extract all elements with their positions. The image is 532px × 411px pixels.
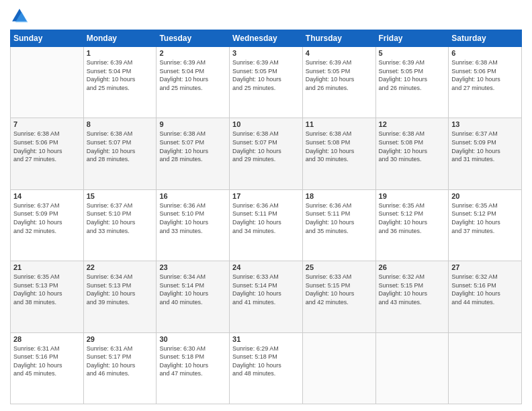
calendar-cell: 10Sunrise: 6:38 AM Sunset: 5:07 PM Dayli… [230, 118, 303, 189]
cell-info-text: Sunrise: 6:36 AM Sunset: 5:11 PM Dayligh… [232, 201, 300, 235]
cell-day-number: 28 [13, 335, 81, 343]
calendar-cell: 2Sunrise: 6:39 AM Sunset: 5:04 PM Daylig… [157, 47, 230, 118]
cell-day-number: 19 [379, 192, 446, 200]
calendar-table: SundayMondayTuesdayWednesdayThursdayFrid… [10, 30, 522, 404]
calendar-header-sunday: Sunday [11, 30, 84, 47]
calendar-cell: 1Sunrise: 6:39 AM Sunset: 5:04 PM Daylig… [83, 47, 157, 118]
cell-info-text: Sunrise: 6:36 AM Sunset: 5:10 PM Dayligh… [159, 201, 226, 235]
cell-info-text: Sunrise: 6:34 AM Sunset: 5:14 PM Dayligh… [159, 273, 226, 306]
cell-info-text: Sunrise: 6:34 AM Sunset: 5:13 PM Dayligh… [87, 273, 154, 306]
calendar-cell: 26Sunrise: 6:32 AM Sunset: 5:15 PM Dayli… [375, 261, 449, 332]
calendar-cell: 19Sunrise: 6:35 AM Sunset: 5:12 PM Dayli… [375, 189, 449, 261]
cell-info-text: Sunrise: 6:37 AM Sunset: 5:09 PM Dayligh… [451, 130, 519, 163]
cell-day-number: 12 [379, 120, 446, 128]
calendar-cell: 23Sunrise: 6:34 AM Sunset: 5:14 PM Dayli… [157, 261, 230, 332]
calendar-cell: 16Sunrise: 6:36 AM Sunset: 5:10 PM Dayli… [157, 189, 230, 261]
cell-info-text: Sunrise: 6:33 AM Sunset: 5:14 PM Dayligh… [232, 273, 300, 306]
calendar-cell: 21Sunrise: 6:35 AM Sunset: 5:13 PM Dayli… [11, 261, 84, 332]
calendar-week-3: 14Sunrise: 6:37 AM Sunset: 5:09 PM Dayli… [11, 189, 522, 261]
calendar-cell: 6Sunrise: 6:38 AM Sunset: 5:06 PM Daylig… [449, 47, 522, 118]
calendar-cell: 8Sunrise: 6:38 AM Sunset: 5:07 PM Daylig… [83, 118, 157, 189]
cell-day-number: 15 [87, 192, 154, 200]
cell-day-number: 31 [232, 335, 300, 343]
calendar-cell: 29Sunrise: 6:31 AM Sunset: 5:17 PM Dayli… [83, 332, 157, 404]
cell-day-number: 27 [451, 263, 519, 271]
cell-day-number: 13 [451, 120, 519, 128]
cell-day-number: 29 [87, 335, 154, 343]
logo-icon [10, 7, 29, 26]
cell-info-text: Sunrise: 6:38 AM Sunset: 5:06 PM Dayligh… [13, 130, 81, 163]
cell-day-number: 1 [87, 49, 154, 57]
calendar-header-row: SundayMondayTuesdayWednesdayThursdayFrid… [11, 30, 522, 47]
cell-day-number: 25 [306, 263, 373, 271]
cell-day-number: 26 [379, 263, 446, 271]
cell-info-text: Sunrise: 6:29 AM Sunset: 5:18 PM Dayligh… [232, 345, 300, 378]
cell-day-number: 24 [232, 263, 300, 271]
cell-day-number: 18 [306, 192, 373, 200]
calendar-cell [375, 332, 449, 404]
calendar-cell: 13Sunrise: 6:37 AM Sunset: 5:09 PM Dayli… [449, 118, 522, 189]
cell-info-text: Sunrise: 6:35 AM Sunset: 5:12 PM Dayligh… [451, 201, 519, 235]
calendar-cell: 18Sunrise: 6:36 AM Sunset: 5:11 PM Dayli… [302, 189, 375, 261]
cell-info-text: Sunrise: 6:30 AM Sunset: 5:18 PM Dayligh… [159, 345, 226, 378]
cell-info-text: Sunrise: 6:39 AM Sunset: 5:04 PM Dayligh… [159, 58, 226, 92]
cell-info-text: Sunrise: 6:39 AM Sunset: 5:05 PM Dayligh… [232, 58, 300, 92]
calendar-cell: 14Sunrise: 6:37 AM Sunset: 5:09 PM Dayli… [11, 189, 84, 261]
cell-day-number: 16 [159, 192, 226, 200]
cell-info-text: Sunrise: 6:39 AM Sunset: 5:04 PM Dayligh… [87, 58, 154, 92]
calendar-cell [449, 332, 522, 404]
cell-info-text: Sunrise: 6:39 AM Sunset: 5:05 PM Dayligh… [306, 58, 373, 92]
calendar-header-thursday: Thursday [302, 30, 375, 47]
cell-info-text: Sunrise: 6:36 AM Sunset: 5:11 PM Dayligh… [306, 201, 373, 235]
calendar-cell: 22Sunrise: 6:34 AM Sunset: 5:13 PM Dayli… [83, 261, 157, 332]
calendar-cell: 20Sunrise: 6:35 AM Sunset: 5:12 PM Dayli… [449, 189, 522, 261]
cell-info-text: Sunrise: 6:38 AM Sunset: 5:07 PM Dayligh… [87, 130, 154, 163]
cell-info-text: Sunrise: 6:35 AM Sunset: 5:13 PM Dayligh… [13, 273, 81, 306]
cell-day-number: 8 [87, 120, 154, 128]
cell-info-text: Sunrise: 6:38 AM Sunset: 5:08 PM Dayligh… [306, 130, 373, 163]
calendar-cell: 28Sunrise: 6:31 AM Sunset: 5:16 PM Dayli… [11, 332, 84, 404]
cell-day-number: 21 [13, 263, 81, 271]
calendar-cell: 11Sunrise: 6:38 AM Sunset: 5:08 PM Dayli… [302, 118, 375, 189]
cell-day-number: 6 [451, 49, 519, 57]
calendar-cell: 15Sunrise: 6:37 AM Sunset: 5:10 PM Dayli… [83, 189, 157, 261]
calendar-cell: 25Sunrise: 6:33 AM Sunset: 5:15 PM Dayli… [302, 261, 375, 332]
calendar-week-5: 28Sunrise: 6:31 AM Sunset: 5:16 PM Dayli… [11, 332, 522, 404]
cell-day-number: 23 [159, 263, 226, 271]
calendar-header-saturday: Saturday [449, 30, 522, 47]
calendar-cell: 4Sunrise: 6:39 AM Sunset: 5:05 PM Daylig… [302, 47, 375, 118]
cell-day-number: 11 [306, 120, 373, 128]
header [10, 7, 522, 26]
cell-day-number: 2 [159, 49, 226, 57]
cell-info-text: Sunrise: 6:32 AM Sunset: 5:15 PM Dayligh… [379, 273, 446, 306]
cell-day-number: 4 [306, 49, 373, 57]
calendar-cell: 9Sunrise: 6:38 AM Sunset: 5:07 PM Daylig… [157, 118, 230, 189]
cell-info-text: Sunrise: 6:35 AM Sunset: 5:12 PM Dayligh… [379, 201, 446, 235]
calendar-cell: 31Sunrise: 6:29 AM Sunset: 5:18 PM Dayli… [230, 332, 303, 404]
calendar-week-2: 7Sunrise: 6:38 AM Sunset: 5:06 PM Daylig… [11, 118, 522, 189]
calendar-cell: 5Sunrise: 6:39 AM Sunset: 5:05 PM Daylig… [375, 47, 449, 118]
cell-day-number: 5 [379, 49, 446, 57]
calendar-week-1: 1Sunrise: 6:39 AM Sunset: 5:04 PM Daylig… [11, 47, 522, 118]
calendar-cell: 12Sunrise: 6:38 AM Sunset: 5:08 PM Dayli… [375, 118, 449, 189]
calendar-cell: 24Sunrise: 6:33 AM Sunset: 5:14 PM Dayli… [230, 261, 303, 332]
calendar-header-tuesday: Tuesday [157, 30, 230, 47]
page: SundayMondayTuesdayWednesdayThursdayFrid… [0, 0, 532, 411]
cell-day-number: 10 [232, 120, 300, 128]
cell-day-number: 22 [87, 263, 154, 271]
cell-day-number: 30 [159, 335, 226, 343]
cell-day-number: 3 [232, 49, 300, 57]
calendar-cell [11, 47, 84, 118]
calendar-cell [302, 332, 375, 404]
cell-info-text: Sunrise: 6:37 AM Sunset: 5:10 PM Dayligh… [87, 201, 154, 235]
cell-day-number: 17 [232, 192, 300, 200]
cell-info-text: Sunrise: 6:38 AM Sunset: 5:08 PM Dayligh… [379, 130, 446, 163]
cell-day-number: 14 [13, 192, 81, 200]
calendar-cell: 30Sunrise: 6:30 AM Sunset: 5:18 PM Dayli… [157, 332, 230, 404]
calendar-header-wednesday: Wednesday [230, 30, 303, 47]
calendar-cell: 7Sunrise: 6:38 AM Sunset: 5:06 PM Daylig… [11, 118, 84, 189]
calendar-header-friday: Friday [375, 30, 449, 47]
cell-day-number: 7 [13, 120, 81, 128]
cell-info-text: Sunrise: 6:32 AM Sunset: 5:16 PM Dayligh… [451, 273, 519, 306]
calendar-week-4: 21Sunrise: 6:35 AM Sunset: 5:13 PM Dayli… [11, 261, 522, 332]
